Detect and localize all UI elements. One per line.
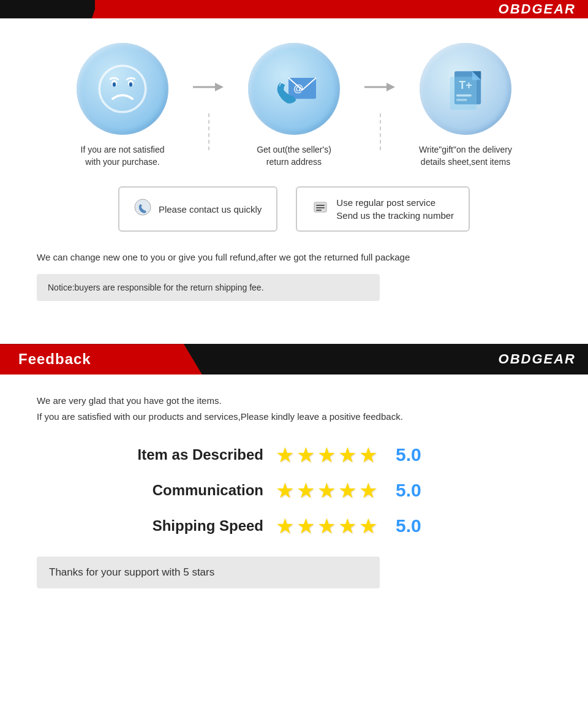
star-5: ★	[359, 478, 377, 503]
rating-row-described: Item as Described ★ ★ ★ ★ ★ 5.0	[98, 443, 551, 467]
feedback-intro: We are very glad that you have got the i…	[37, 393, 551, 424]
feedback-logo: OBDGEAR	[499, 351, 576, 367]
return-main-text: We can change new one to you or give you…	[37, 250, 551, 265]
score-communication: 5.0	[396, 480, 421, 501]
star-5: ★	[359, 443, 377, 467]
step-1-text: If you are not satisfied with your purch…	[81, 144, 165, 168]
feedback-intro-line1: We are very glad that you have got the i…	[37, 393, 551, 409]
step-2: @ Get out(the seller's) return address	[233, 43, 355, 168]
svg-rect-21	[316, 207, 325, 208]
thanks-text: Thanks for your support with 5 stars	[49, 566, 214, 578]
svg-point-4	[129, 82, 132, 86]
svg-rect-20	[316, 205, 325, 206]
step-1: If you are not satisfied with your purch…	[61, 43, 184, 168]
step-2-text: Get out(the seller's) return address	[257, 144, 331, 168]
phone-icon	[134, 199, 151, 219]
action-post-text: Use regular post service Send us the tra…	[336, 196, 454, 222]
star-1: ★	[276, 514, 294, 538]
action-box-contact: Please contact us quickly	[118, 186, 277, 232]
svg-text:@: @	[293, 83, 303, 94]
stars-communication: ★ ★ ★ ★ ★	[276, 478, 377, 503]
svg-rect-22	[316, 210, 322, 211]
feedback-intro-line2: If you are satisfied with our products a…	[37, 409, 551, 425]
header-logo: OBDGEAR	[499, 1, 576, 17]
star-4: ★	[338, 514, 356, 538]
star-2: ★	[296, 443, 315, 467]
feedback-label-text: Feedback	[18, 351, 91, 368]
notice-text: Notice:buyers are responsible for the re…	[48, 283, 264, 292]
notice-box: Notice:buyers are responsible for the re…	[37, 274, 380, 301]
star-3: ★	[317, 478, 336, 503]
stars-described: ★ ★ ★ ★ ★	[276, 443, 377, 467]
sad-face-icon	[77, 43, 168, 135]
action-box-post: Use regular post service Send us the tra…	[296, 186, 470, 232]
rating-row-communication: Communication ★ ★ ★ ★ ★ 5.0	[98, 478, 551, 503]
star-2: ★	[296, 514, 315, 538]
return-section: If you are not satisfied with your purch…	[0, 18, 588, 319]
header-banner: OBDGEAR	[0, 0, 588, 18]
svg-point-3	[113, 82, 116, 86]
star-3: ★	[317, 514, 336, 538]
svg-point-0	[99, 66, 146, 112]
steps-row: If you are not satisfied with your purch…	[37, 43, 551, 168]
phone-email-icon: @	[248, 43, 340, 135]
document-icon: T+	[420, 43, 511, 135]
score-described: 5.0	[396, 444, 421, 465]
score-shipping: 5.0	[396, 515, 421, 536]
list-icon	[312, 199, 329, 219]
star-3: ★	[317, 443, 336, 467]
svg-marker-6	[215, 83, 224, 91]
step-3-text: Write"gift"on the delivery details sheet…	[419, 144, 512, 168]
stars-shipping: ★ ★ ★ ★ ★	[276, 514, 377, 538]
action-row: Please contact us quickly Use regular po…	[37, 186, 551, 232]
star-1: ★	[276, 443, 294, 467]
step-3: T+ Write"gift"on the delivery details sh…	[404, 43, 527, 168]
feedback-section: We are very glad that you have got the i…	[0, 375, 588, 613]
feedback-label-bg: Feedback	[0, 344, 202, 375]
rating-label-shipping: Shipping Speed	[98, 517, 263, 534]
svg-rect-17	[450, 77, 477, 110]
star-1: ★	[276, 478, 294, 503]
star-5: ★	[359, 514, 377, 538]
thanks-box: Thanks for your support with 5 stars	[37, 557, 380, 588]
star-2: ★	[296, 478, 315, 503]
rating-label-communication: Communication	[98, 482, 263, 499]
arrow-1	[184, 80, 233, 94]
feedback-banner: Feedback OBDGEAR	[0, 344, 588, 375]
arrow-2	[355, 80, 404, 94]
svg-marker-10	[386, 83, 395, 91]
rating-label-described: Item as Described	[98, 446, 263, 463]
ratings-container: Item as Described ★ ★ ★ ★ ★ 5.0 Communic…	[98, 443, 551, 538]
svg-point-18	[135, 199, 151, 215]
rating-row-shipping: Shipping Speed ★ ★ ★ ★ ★ 5.0	[98, 514, 551, 538]
action-contact-text: Please contact us quickly	[159, 203, 262, 216]
star-4: ★	[338, 478, 356, 503]
star-4: ★	[338, 443, 356, 467]
